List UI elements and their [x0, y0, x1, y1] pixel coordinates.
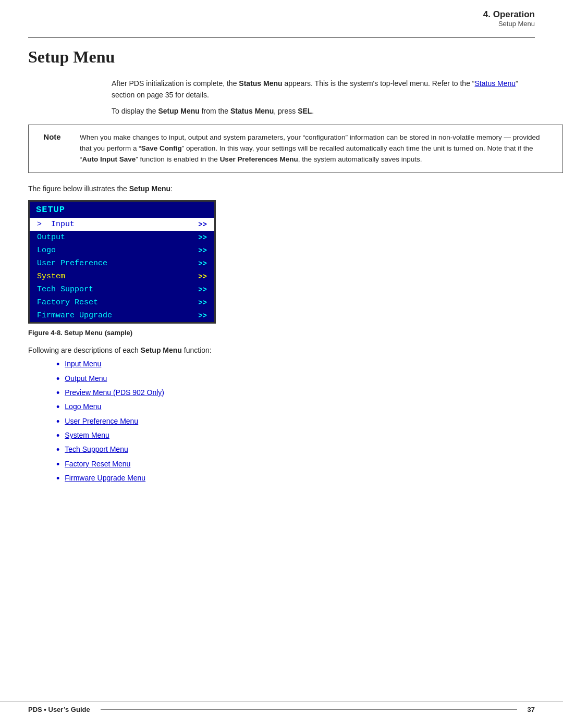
note-box: Note When you make changes to input, out…: [28, 125, 563, 173]
bullet-list: • Input Menu • Output Menu • Preview Men…: [56, 360, 535, 485]
firmware-upgrade-menu-link[interactable]: Firmware Upgrade Menu: [65, 474, 145, 482]
following-pre: Following are descriptions of each: [28, 346, 141, 354]
bullet-dot: •: [56, 416, 59, 428]
bullet-dot: •: [56, 387, 59, 399]
setup-row-factory-reset: Factory Reset >>: [30, 296, 214, 309]
bullet-dot: •: [56, 430, 59, 442]
setup-row-input-arrow: >>: [198, 220, 207, 229]
bullet-dot: •: [56, 444, 59, 456]
setup-row-tech-support-arrow: >>: [198, 286, 207, 294]
list-item-tech-support-menu: • Tech Support Menu: [56, 445, 535, 456]
setup-row-output-arrow: >>: [198, 233, 207, 242]
auto-input-save-bold: Auto Input Save: [82, 155, 136, 163]
setup-row-user-pref: User Preference >>: [30, 257, 214, 270]
tech-support-menu-link[interactable]: Tech Support Menu: [65, 445, 128, 453]
footer-left: PDS • User’s Guide: [28, 706, 90, 713]
setup-row-tech-support-label: Tech Support: [37, 285, 93, 294]
page-header: 4. Operation Setup Menu: [0, 0, 563, 28]
display-period: .: [312, 107, 314, 115]
following-end: function:: [182, 346, 212, 354]
figure-intro-area: The figure below illustrates the Setup M…: [28, 184, 535, 193]
list-item-input-menu: • Input Menu: [56, 360, 535, 371]
figure-caption-text: Setup Menu (sample): [63, 329, 132, 337]
bullet-dot: •: [56, 359, 59, 371]
setup-row-output-label: Output: [37, 233, 65, 242]
intro-paragraph: After PDS initialization is complete, th…: [112, 78, 535, 101]
list-item-user-pref-menu: • User Preference Menu: [56, 417, 535, 428]
list-item-system-menu: • System Menu: [56, 431, 535, 442]
page-title: Setup Menu: [28, 47, 535, 67]
intro-text1: After PDS initialization is complete, th…: [112, 79, 239, 88]
setup-row-logo-label: Logo: [37, 246, 56, 255]
output-menu-link[interactable]: Output Menu: [65, 374, 107, 382]
page-footer: PDS • User’s Guide 37: [0, 701, 563, 713]
setup-row-factory-reset-label: Factory Reset: [37, 298, 98, 307]
bullet-dot: •: [56, 473, 59, 485]
bullet-dot: •: [56, 373, 59, 385]
user-pref-menu-link[interactable]: User Preference Menu: [65, 417, 138, 425]
setup-row-logo: Logo >>: [30, 244, 214, 257]
intro-text2: appears. This is the system's top-level …: [283, 79, 475, 88]
display-line: To display the Setup Menu from the Statu…: [112, 107, 535, 115]
figure-intro-colon: :: [170, 184, 173, 193]
setup-row-firmware-upgrade: Firmware Upgrade >>: [30, 309, 214, 322]
figure-caption: Figure 4-8. Setup Menu (sample): [28, 329, 563, 337]
setup-row-user-pref-arrow: >>: [198, 260, 207, 268]
sel-bold: SEL: [298, 107, 312, 115]
note-label: Note: [29, 125, 76, 172]
bullet-dot: •: [56, 401, 59, 413]
status-menu-link[interactable]: Status Menu: [475, 79, 516, 88]
preview-menu-link[interactable]: Preview Menu (PDS 902 Only): [65, 388, 164, 397]
following-para: Following are descriptions of each Setup…: [28, 346, 535, 354]
user-pref-bold: User Preferences Menu: [220, 155, 298, 163]
figure-intro-text: The figure below illustrates the: [28, 184, 129, 193]
setup-menu-bold3: Setup Menu: [129, 184, 170, 193]
footer-divider: [101, 709, 517, 710]
setup-display-container: SETUP > Input >> Output >> Logo >> User …: [28, 200, 563, 324]
setup-row-tech-support: Tech Support >>: [30, 283, 214, 296]
setup-row-input: > Input >>: [30, 218, 214, 231]
list-item-logo-menu: • Logo Menu: [56, 402, 535, 413]
list-item-output-menu: • Output Menu: [56, 374, 535, 385]
setup-row-firmware-upgrade-label: Firmware Upgrade: [37, 311, 112, 320]
main-content: After PDS initialization is complete, th…: [28, 78, 535, 115]
list-item-factory-reset-menu: • Factory Reset Menu: [56, 460, 535, 471]
status-menu-bold2: Status Menu: [230, 107, 274, 115]
factory-reset-menu-link[interactable]: Factory Reset Menu: [65, 460, 130, 468]
footer-page-number: 37: [528, 706, 535, 713]
list-item-preview-menu: • Preview Menu (PDS 902 Only): [56, 388, 535, 399]
logo-menu-link[interactable]: Logo Menu: [65, 402, 101, 411]
setup-row-system-label: System: [37, 272, 65, 281]
following-area: Following are descriptions of each Setup…: [28, 346, 535, 485]
list-item-firmware-upgrade-menu: • Firmware Upgrade Menu: [56, 474, 535, 485]
bullet-dot: •: [56, 459, 59, 471]
save-config-bold: Save Config: [141, 144, 182, 152]
input-menu-link[interactable]: Input Menu: [65, 360, 101, 368]
setup-menu-bold4: Setup Menu: [141, 346, 182, 354]
setup-row-output: Output >>: [30, 231, 214, 244]
display-mid: from the: [200, 107, 230, 115]
setup-menu-bold: Setup Menu: [158, 107, 200, 115]
system-menu-link[interactable]: System Menu: [65, 431, 109, 439]
setup-header: SETUP: [30, 202, 214, 218]
setup-row-logo-arrow: >>: [198, 246, 207, 255]
figure-intro: The figure below illustrates the Setup M…: [28, 184, 535, 193]
figure-caption-bold: Figure 4-8.: [28, 329, 63, 337]
chapter-sub: Setup Menu: [28, 20, 535, 28]
setup-row-input-label: > Input: [37, 220, 75, 229]
setup-row-firmware-upgrade-arrow: >>: [198, 312, 207, 320]
setup-row-factory-reset-arrow: >>: [198, 299, 207, 307]
display-pre: To display the: [112, 107, 158, 115]
setup-row-system-arrow: >>: [198, 273, 207, 281]
status-menu-bold: Status Menu: [239, 79, 282, 88]
setup-display: SETUP > Input >> Output >> Logo >> User …: [28, 200, 216, 324]
chapter-title: 4. Operation: [28, 9, 535, 20]
display-end: , press: [274, 107, 298, 115]
top-divider: [28, 37, 535, 38]
note-content: When you make changes to input, output a…: [76, 125, 562, 172]
setup-row-system: System >>: [30, 270, 214, 283]
setup-row-user-pref-label: User Preference: [37, 259, 107, 268]
